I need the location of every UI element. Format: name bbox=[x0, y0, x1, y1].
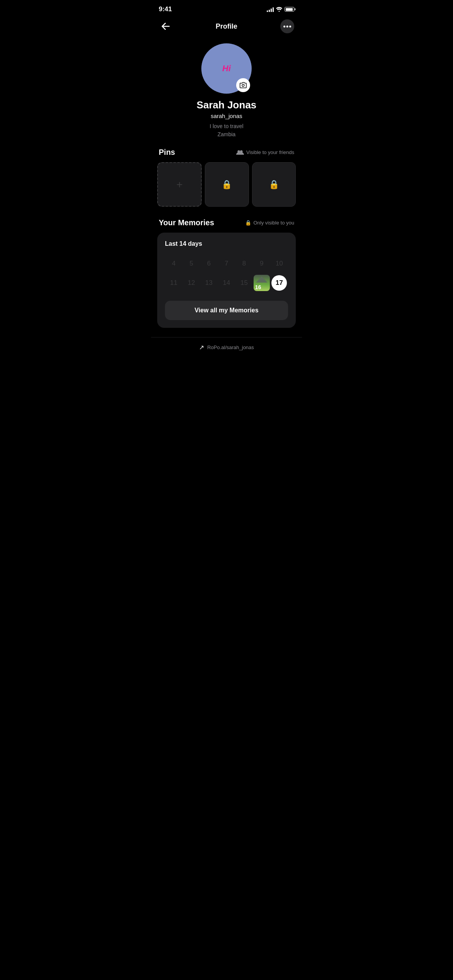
pin-tile-1[interactable]: 🔒 bbox=[205, 162, 249, 207]
cal-day-7[interactable]: 7 bbox=[218, 255, 235, 272]
avatar-wrapper: Hi bbox=[201, 43, 252, 94]
back-button[interactable] bbox=[159, 19, 173, 33]
cal-day-16-memory[interactable]: 16 bbox=[253, 274, 270, 291]
lock-icon: 🔒 bbox=[221, 180, 232, 190]
cal-day-13[interactable]: 13 bbox=[200, 274, 218, 291]
svg-point-4 bbox=[289, 26, 291, 27]
lock-icon: 🔒 bbox=[269, 180, 279, 190]
profile-username: sarah_jonas bbox=[211, 113, 242, 119]
svg-point-2 bbox=[283, 26, 285, 27]
cal-day-8[interactable]: 8 bbox=[235, 255, 253, 272]
pins-grid: + 🔒 🔒 bbox=[151, 162, 302, 207]
cal-day-11[interactable]: 11 bbox=[165, 274, 182, 291]
memories-header: Your Memories 🔒 Only visible to you bbox=[151, 218, 302, 233]
pins-header: Pins Visible to your friends bbox=[151, 148, 302, 162]
pin-tile-2[interactable]: 🔒 bbox=[252, 162, 296, 207]
memories-period: Last 14 days bbox=[165, 240, 288, 247]
status-bar: 9:41 bbox=[151, 0, 302, 15]
status-time: 9:41 bbox=[159, 5, 172, 13]
pins-title: Pins bbox=[159, 148, 175, 157]
lock-icon: 🔒 bbox=[245, 220, 251, 226]
top-nav: Profile bbox=[151, 15, 302, 39]
status-icons bbox=[267, 7, 294, 12]
cal-day-5[interactable]: 5 bbox=[182, 255, 200, 272]
share-icon: ↗ bbox=[199, 344, 204, 351]
cal-day-17-today[interactable]: 17 bbox=[271, 274, 288, 291]
cal-day-10[interactable]: 10 bbox=[271, 255, 288, 272]
svg-point-3 bbox=[286, 26, 288, 27]
avatar-section: Hi Sarah Jonas sarah_jonas I love to tra… bbox=[151, 39, 302, 148]
svg-point-5 bbox=[242, 84, 244, 87]
edit-avatar-button[interactable] bbox=[236, 78, 250, 92]
plus-icon: + bbox=[176, 178, 182, 191]
page-title: Profile bbox=[216, 22, 237, 31]
memory-thumbnail: 16 bbox=[254, 275, 270, 291]
memories-card: Last 14 days 4 5 6 7 8 9 10 11 12 13 14 … bbox=[157, 233, 296, 328]
avatar-text: Hi bbox=[222, 63, 231, 74]
battery-icon bbox=[285, 7, 294, 12]
cal-day-12[interactable]: 12 bbox=[182, 274, 200, 291]
more-button[interactable] bbox=[280, 19, 294, 33]
bottom-bar: ↗ RoPo.al/sarah_jonas bbox=[151, 337, 302, 357]
memories-visibility: 🔒 Only visible to you bbox=[245, 220, 295, 226]
cal-day-15[interactable]: 15 bbox=[235, 274, 253, 291]
memories-title: Your Memories bbox=[159, 218, 214, 227]
cal-day-4[interactable]: 4 bbox=[165, 255, 182, 272]
cal-day-9[interactable]: 9 bbox=[253, 255, 270, 272]
wifi-icon bbox=[276, 7, 282, 12]
view-all-memories-button[interactable]: View all my Memories bbox=[165, 301, 288, 320]
svg-point-0 bbox=[278, 11, 280, 12]
cal-day-14[interactable]: 14 bbox=[218, 274, 235, 291]
profile-name: Sarah Jonas bbox=[197, 99, 257, 111]
memories-section: Last 14 days 4 5 6 7 8 9 10 11 12 13 14 … bbox=[151, 233, 302, 334]
cal-day-6[interactable]: 6 bbox=[200, 255, 218, 272]
profile-url: RoPo.al/sarah_jonas bbox=[207, 344, 254, 350]
profile-bio: I love to travel Zambia bbox=[209, 122, 243, 139]
pins-visibility: Visible to your friends bbox=[236, 149, 294, 155]
calendar-grid: 4 5 6 7 8 9 10 11 12 13 14 15 16 1 bbox=[165, 255, 288, 291]
today-indicator: 17 bbox=[271, 275, 287, 291]
add-pin-button[interactable]: + bbox=[157, 162, 202, 207]
signal-icon bbox=[267, 7, 274, 12]
memory-day-number: 16 bbox=[255, 284, 261, 290]
